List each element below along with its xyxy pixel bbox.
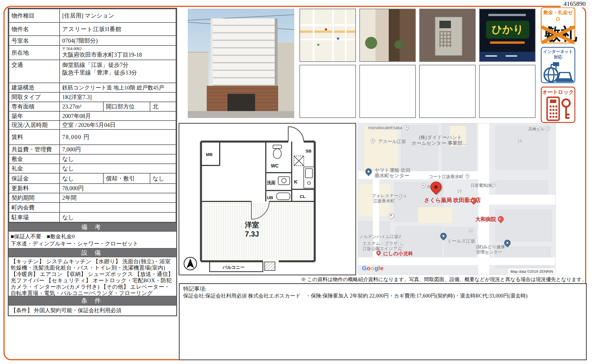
equipment-box: 【キッチン】 システムキッチン 【水廻り】 洗面台(独立)・浴室乾燥機・洗髪洗面…: [9, 257, 176, 296]
equipment-header: 設 備: [9, 248, 176, 257]
washbasin-icon: [278, 177, 290, 185]
badge-zero-deposit: 敷金・礼金ゼロ 敷 礼: [541, 7, 575, 43]
label-town-fee: 町内会費: [9, 203, 60, 212]
row-guarantee: 保証金 なし 償却・敷引 なし: [9, 173, 176, 184]
map-label: エステム・プラザ: [363, 241, 398, 246]
label-deposit: 敷金: [9, 154, 60, 164]
map-block: [364, 126, 398, 170]
value-status: 空室 / 2026年5月04日: [60, 121, 176, 129]
deposit-kanji: 敷: [544, 23, 561, 45]
map-road: [313, 9, 314, 61]
map-label: (財)みどり健康: [476, 244, 505, 249]
neighbor-building: [188, 52, 208, 118]
label-structure: 建築構造: [9, 83, 60, 92]
value-room-number: 0704(7階部分): [60, 36, 176, 45]
map-dot: [317, 44, 319, 46]
label-sb: SB: [306, 148, 312, 153]
map-road: [300, 31, 355, 33]
label-room-number: 号室名: [9, 36, 60, 45]
row-renewal-fee: 更新料 78,000円: [9, 184, 176, 193]
label-rent: 賃料: [9, 129, 60, 145]
row-structure: 建築構造 鉄筋コンクリート造 地上10階 総戸数45戸: [9, 83, 176, 92]
sign-dash: [485, 55, 497, 57]
special-notes-box: 特記事項: 保証会社:保証会社利用必須 株式会社エポスカード ・保険:保険要加入…: [179, 283, 587, 360]
label-property-name: 物件名: [9, 22, 60, 36]
autolock-key-icon: [542, 96, 574, 123]
map-block: [418, 207, 453, 224]
label-property-type: 物件種目: [9, 9, 60, 22]
label-status: 現況/入居時期: [9, 121, 60, 129]
label-facing: 開口部方位: [103, 102, 150, 111]
value-management-fee: 7,000円: [60, 145, 176, 154]
label-room: 洋室: [244, 221, 259, 229]
map-block-number: 16: [517, 138, 522, 144]
remarks-box: ■保証人不要 ■敷金礼金0 下水道・ディンプルキー・シャワー・クローゼット: [9, 232, 176, 248]
google-letter: g: [375, 265, 378, 271]
row-management-fee: 共益費・管理費 7,000円: [9, 145, 176, 154]
label-renewal-fee: 更新料: [9, 184, 60, 193]
google-letter: G: [362, 265, 367, 271]
google-logo: Google: [362, 265, 384, 272]
photo-placeholder-empty: [359, 65, 416, 118]
floor-plan: MB WC 洗面 UB SB K CL 洋室 7.3J バルコニー: [179, 123, 356, 275]
label-kitchen: K: [294, 179, 298, 185]
label-closet: CL: [300, 194, 306, 199]
building-exterior-photo: [188, 9, 294, 118]
label-access: 交通: [9, 60, 60, 83]
spec-table: 物件種目 [住居用] マンション 物件名 アスリート江坂II番館 号室名 070…: [9, 9, 176, 222]
access-line-1: 御堂筋線「江坂」徒歩7分: [62, 61, 173, 69]
interior-walls: [201, 142, 315, 201]
lobby-plant: [394, 40, 403, 49]
label-wash: 洗面: [267, 180, 276, 185]
value-rent: 78,000 円: [60, 129, 176, 145]
google-letter: o: [367, 265, 371, 271]
conditions-box: 【条件】 外国人契約可能・保証会社利用必須: [9, 306, 176, 315]
value-contract-term: 2年間: [60, 193, 176, 203]
map-label: ノルデンハイム江坂2: [359, 234, 401, 239]
row-address: 所在地 〒564-0062 大阪府吹田市垂水町3丁目19-18: [9, 45, 176, 60]
map-road: [345, 9, 346, 61]
street: [188, 111, 294, 118]
row-property-name: 物件名 アスリート江坂II番館: [9, 22, 176, 36]
remarks-line-2: 下水道・ディンプルキー・シャワー・クローゼット: [11, 240, 174, 247]
reference-number: 4165890: [561, 0, 589, 7]
map-label-hospital: 大和病院: [475, 217, 496, 222]
label-wc: WC: [271, 163, 279, 168]
badge-autolock: オートロック: [541, 87, 575, 123]
row-key-money: 礼金 なし: [9, 164, 176, 173]
map-block: [401, 125, 438, 171]
access-line-2: 阪急千里線「豊津」徒歩13分: [62, 69, 173, 77]
map-block-number: 19: [457, 188, 462, 194]
keymoney-kanji: 礼: [561, 23, 577, 45]
intercom-keypad: [439, 31, 451, 47]
postal-code: 〒564-0062: [62, 47, 173, 51]
disclaimer-text: ※ この資料は物件の概略紹介資料になります。写真、間取図面、設備、概要などが現況…: [179, 276, 587, 283]
map-road: [300, 39, 355, 40]
kitchen-counter-icon: [304, 167, 314, 188]
badge-internet-ready: インターネット対応: [541, 47, 575, 83]
map-label: アスール江坂: [378, 139, 406, 144]
map-label: monolocaleEsaka: [368, 125, 402, 130]
photo-area-map-thumbnail: [299, 9, 356, 62]
label-address: 所在地: [9, 45, 60, 60]
map-label: ミールズ江坂: [447, 239, 475, 244]
photo-lobby: [359, 9, 416, 62]
value-parking: なし: [60, 212, 176, 222]
conditions-header: 条 件: [9, 296, 176, 306]
label-mb: MB: [206, 152, 212, 157]
hikari-logo: ひかり: [486, 21, 529, 39]
sign-dash: [506, 55, 517, 57]
photo-hikari-sign: ひかり: [479, 9, 536, 62]
sign-phone-bar: [490, 41, 525, 44]
value-key-money: なし: [60, 164, 176, 173]
label-balcony: バルコニー: [222, 265, 244, 270]
map-block: [496, 126, 548, 169]
map-attribution: Map data ©2019 ZENRIN: [508, 268, 555, 275]
photo-placeholder-empty: [419, 65, 476, 118]
map-road-horizontal: [489, 195, 556, 205]
row-town-fee: 町内会費: [9, 203, 176, 212]
property-flyer: { "page": { "ref_number": "4165890", "di…: [0, 0, 592, 364]
google-letter: o: [371, 265, 374, 271]
badge-autolock-title: オートロック: [542, 89, 574, 96]
value-renewal-fee: 78,000円: [60, 184, 176, 193]
